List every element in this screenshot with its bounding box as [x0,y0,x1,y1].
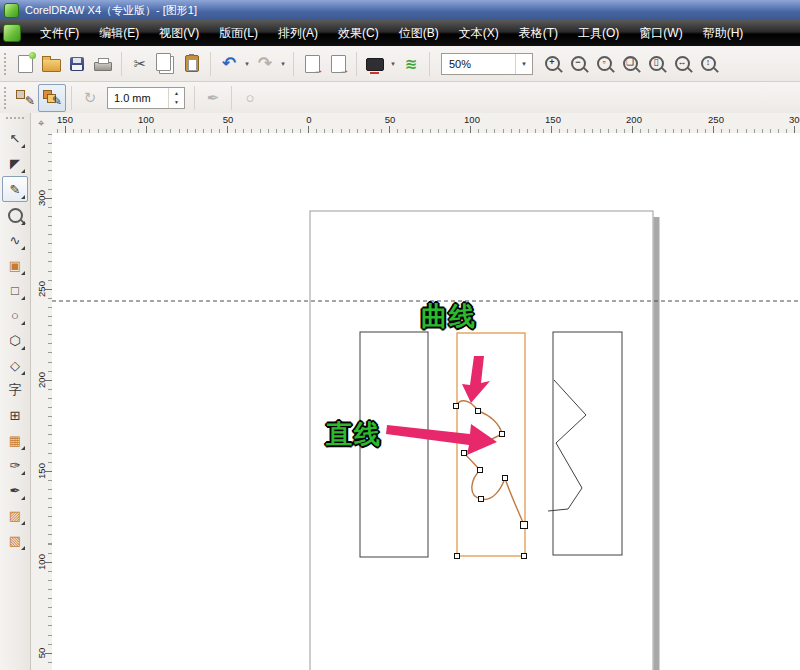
fill-tool[interactable]: ▨ [3,503,27,527]
curve-end-node[interactable] [521,522,528,529]
ellipse-tool[interactable]: ○ [3,303,27,327]
menu-help[interactable]: 帮助(H) [693,20,754,46]
page-shadow [654,217,660,670]
pick-tool[interactable]: ↖ [3,126,27,150]
menu-bar: 文件(F) 编辑(E) 视图(V) 版面(L) 排列(A) 效果(C) 位图(B… [0,20,800,46]
text-tool[interactable]: 字 [3,378,27,402]
outline-pen-tool[interactable]: ✒ [3,478,27,502]
ruler-label: 250 [708,114,724,125]
zoom-to-all-objects-button[interactable]: ❏ [617,51,643,77]
print-button[interactable] [90,51,116,77]
eyedropper-icon: ✑ [10,458,21,473]
undo-dropdown[interactable]: ▾ [242,60,252,68]
spin-down-icon[interactable]: ▼ [174,99,179,105]
pen-pressure-button[interactable]: ✒ [200,85,226,111]
coreldraw-logo-icon [4,3,19,18]
menu-arrange[interactable]: 排列(A) [268,20,328,46]
zoom-to-page-icon: ▯ [649,56,664,71]
menu-file[interactable]: 文件(F) [30,20,89,46]
menu-text[interactable]: 文本(X) [449,20,509,46]
standard-toolbar: ✂ ↶ ▾ ↷ ▾ → → ▾ ≋ 50% ▾ + − ▫ ❏ ▯ ↔ ↕ [0,46,800,82]
corner-node[interactable] [522,554,527,559]
curve-node[interactable] [462,451,467,456]
zoom-to-page-width-button[interactable]: ↔ [669,51,695,77]
paste-button[interactable] [179,51,205,77]
zoom-in-button[interactable]: + [539,51,565,77]
save-button[interactable] [64,51,90,77]
zoom-to-all-objects-icon: ❏ [623,56,638,71]
document-icon[interactable] [3,24,21,42]
copy-button[interactable] [153,51,179,77]
curve-node[interactable] [500,432,505,437]
curve-node[interactable] [454,404,459,409]
basic-shapes-tool[interactable]: ◇ [3,353,27,377]
ruler-label: 200 [36,369,47,391]
interactive-fill-tool[interactable]: ▧ [3,528,27,552]
shape-icon: ◤ [10,156,20,171]
canvas-artwork[interactable] [52,133,800,670]
corner-node[interactable] [455,554,460,559]
toolbar-separator [210,52,211,76]
outline-width-field[interactable]: 1.0 mm ▲ ▼ [107,87,185,109]
zoom-out-button[interactable]: − [565,51,591,77]
zoom-to-page-height-button[interactable]: ↕ [695,51,721,77]
zoom-to-page-height-icon: ↕ [701,56,716,71]
toolbox-grip[interactable] [6,117,24,123]
redo-button[interactable]: ↷ [252,51,278,77]
curve-node[interactable] [478,468,483,473]
menu-tools[interactable]: 工具(O) [568,20,629,46]
menu-view[interactable]: 视图(V) [149,20,209,46]
spin-up-icon[interactable]: ▲ [174,90,179,96]
menu-edit[interactable]: 编辑(E) [89,20,149,46]
export-button[interactable]: → [325,51,351,77]
polygon-tool[interactable]: ⬡ [3,328,27,352]
rectangle-tool[interactable]: □ [3,278,27,302]
save-icon [70,57,84,71]
menu-effects[interactable]: 效果(C) [328,20,389,46]
freehand-tool[interactable]: ✎ [2,176,28,202]
eyedropper-tool[interactable]: ✑ [3,453,27,477]
blend-tool[interactable]: ▦ [3,428,27,452]
import-button[interactable]: → [299,51,325,77]
undo-button[interactable]: ↶ [216,51,242,77]
new-document-button[interactable] [12,51,38,77]
open-button[interactable] [38,51,64,77]
zoom-level-combobox[interactable]: 50% ▾ [441,53,533,75]
application-launcher-button[interactable] [362,51,388,77]
redo-dropdown[interactable]: ▾ [278,60,288,68]
menu-layout[interactable]: 版面(L) [209,20,268,46]
zoom-to-page-button[interactable]: ▯ [643,51,669,77]
curve-node[interactable] [476,409,481,414]
menu-window[interactable]: 窗口(W) [629,20,692,46]
smart-fill-tool[interactable]: ▣ [3,253,27,277]
cut-button[interactable]: ✂ [127,51,153,77]
toolbar-grip[interactable] [4,53,6,75]
menu-bitmaps[interactable]: 位图(B) [389,20,449,46]
vertical-ruler[interactable]: 300 250 200 150 100 50 [30,133,53,670]
shape-recognition-button[interactable]: ✎ [38,84,66,112]
undo-icon: ↶ [222,53,236,74]
horizontal-ruler[interactable]: 150 100 50 0 50 100 150 200 250 300 [52,113,800,134]
chevron-down-icon[interactable]: ▾ [515,54,532,74]
ellipse-preset-button[interactable]: ○ [237,85,263,111]
toolbar-separator [429,52,430,76]
shape-tool[interactable]: ◤ [3,151,27,175]
property-bar-grip[interactable] [4,87,6,109]
curve-node[interactable] [503,476,508,481]
ruler-origin[interactable]: ⌖ [30,113,53,134]
welcome-screen-button[interactable]: ≋ [398,51,424,77]
table-tool[interactable]: ⊞ [3,403,27,427]
smart-drawing-tool[interactable]: ∿ [3,228,27,252]
freehand-smoothing-button[interactable]: ✎ [12,85,38,111]
drawing-canvas[interactable]: 曲线 直线 [52,133,800,670]
application-launcher-dropdown[interactable]: ▾ [388,60,398,68]
new-document-icon [18,55,33,73]
spinner[interactable]: ▲ ▼ [168,88,184,108]
zoom-to-selection-button[interactable]: ▫ [591,51,617,77]
curve-node[interactable] [479,497,484,502]
menu-table[interactable]: 表格(T) [509,20,568,46]
pencil-icon: ✎ [52,94,62,108]
close-curve-button[interactable]: ↻ [77,85,103,111]
zoom-tool[interactable] [3,203,27,227]
redo-icon: ↷ [258,53,272,74]
